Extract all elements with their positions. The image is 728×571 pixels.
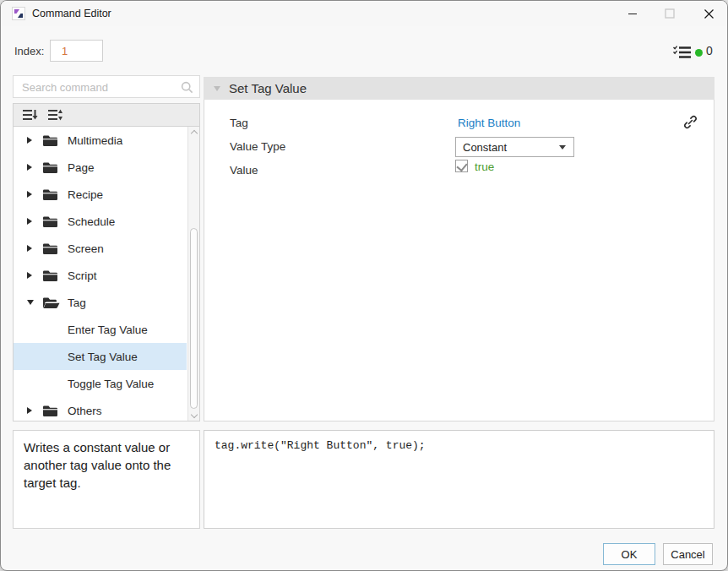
- tree-item-label: Schedule: [68, 215, 115, 228]
- tree-item-script[interactable]: Script: [14, 262, 187, 289]
- tag-link-icon[interactable]: [682, 114, 698, 130]
- tree-item-page[interactable]: Page: [14, 154, 187, 181]
- tree-item-label: Screen: [68, 242, 104, 255]
- tree-item-enter-tag-value[interactable]: Enter Tag Value: [14, 316, 187, 343]
- tree-item-toggle-tag-value[interactable]: Toggle Tag Value: [14, 370, 187, 397]
- tree-item-label: Page: [68, 161, 95, 174]
- folder-closed-icon: [42, 405, 68, 417]
- section-title: Set Tag Value: [229, 81, 307, 95]
- value-checkbox[interactable]: [455, 160, 468, 172]
- status-dot-icon: [695, 49, 703, 57]
- folder-closed-icon: [42, 215, 68, 228]
- expand-arrow-icon[interactable]: [27, 137, 42, 144]
- app-logo-icon: [12, 7, 25, 20]
- command-editor-window: Command Editor Index: 0: [0, 0, 728, 571]
- expand-arrow-icon[interactable]: [27, 407, 42, 414]
- maximize-button: [651, 1, 688, 26]
- command-form: Tag Right Button Value Type Constant Val…: [204, 100, 714, 421]
- tree-item-recipe[interactable]: Recipe: [14, 181, 187, 208]
- scrollbar-thumb[interactable]: [190, 228, 198, 409]
- expand-arrow-icon[interactable]: [27, 191, 42, 198]
- command-description: Writes a constant value or another tag v…: [13, 430, 200, 529]
- tree-item-set-tag-value[interactable]: Set Tag Value: [14, 343, 187, 370]
- tree-item-others[interactable]: Others: [14, 397, 187, 421]
- tree-item-screen[interactable]: Screen: [14, 235, 187, 262]
- tree-scrollbar[interactable]: [187, 127, 199, 421]
- folder-closed-icon: [42, 188, 68, 201]
- tree-item-tag[interactable]: Tag: [14, 289, 187, 316]
- folder-closed-icon: [42, 269, 68, 282]
- value-type-label: Value Type: [230, 140, 285, 153]
- index-input[interactable]: [50, 40, 103, 62]
- tag-label: Tag: [230, 117, 248, 129]
- tree-item-label: Others: [68, 405, 102, 417]
- folder-closed-icon: [42, 134, 68, 147]
- expand-arrow-icon[interactable]: [27, 272, 42, 279]
- close-icon[interactable]: [690, 1, 727, 26]
- value-type-selected: Constant: [463, 141, 507, 154]
- index-label: Index:: [14, 45, 44, 57]
- tree-item-label: Enter Tag Value: [68, 324, 148, 336]
- expand-arrow-icon[interactable]: [27, 164, 42, 171]
- chevron-down-icon: [559, 145, 566, 150]
- command-tree: Multimedia Page Recipe Schedule Screen: [14, 127, 187, 421]
- code-preview: tag.write("Right Button", true);: [204, 430, 714, 529]
- tree-item-multimedia[interactable]: Multimedia: [14, 127, 187, 154]
- command-count: 0: [706, 44, 713, 57]
- command-tree-panel: Multimedia Page Recipe Schedule Screen: [13, 103, 200, 421]
- search-icon: [181, 81, 193, 94]
- collapse-arrow-icon[interactable]: [27, 300, 42, 305]
- scroll-up-icon[interactable]: [191, 129, 197, 135]
- search-box: [13, 75, 200, 98]
- tree-item-label: Tag: [68, 296, 86, 309]
- value-text: true: [475, 160, 494, 173]
- value-type-select[interactable]: Constant: [455, 137, 574, 157]
- cancel-button[interactable]: Cancel: [663, 543, 713, 565]
- expand-arrow-icon[interactable]: [27, 245, 42, 252]
- search-input[interactable]: [20, 77, 180, 98]
- tree-item-label: Multimedia: [68, 134, 122, 147]
- scroll-down-icon[interactable]: [191, 412, 197, 418]
- tree-item-label: Script: [68, 269, 97, 282]
- title-bar: Command Editor: [1, 1, 727, 26]
- minimize-button[interactable]: [614, 1, 651, 26]
- command-list-icon[interactable]: [673, 45, 691, 60]
- folder-closed-icon: [42, 161, 68, 174]
- section-header[interactable]: Set Tag Value: [204, 77, 714, 100]
- value-label: Value: [230, 164, 258, 177]
- sort-direction-icon[interactable]: [46, 106, 63, 123]
- expand-arrow-icon[interactable]: [27, 218, 42, 225]
- tree-toolbar: [14, 104, 199, 127]
- tree-item-schedule[interactable]: Schedule: [14, 208, 187, 235]
- folder-closed-icon: [42, 242, 68, 255]
- collapse-icon[interactable]: [214, 86, 220, 91]
- tag-value-link[interactable]: Right Button: [458, 117, 520, 129]
- folder-open-icon: [42, 296, 68, 309]
- ok-button[interactable]: OK: [603, 543, 655, 565]
- window-title: Command Editor: [32, 8, 111, 19]
- sort-order-icon[interactable]: [21, 106, 38, 123]
- tree-item-label: Set Tag Value: [68, 351, 138, 363]
- tree-item-label: Toggle Tag Value: [68, 378, 154, 390]
- tree-item-label: Recipe: [68, 188, 103, 201]
